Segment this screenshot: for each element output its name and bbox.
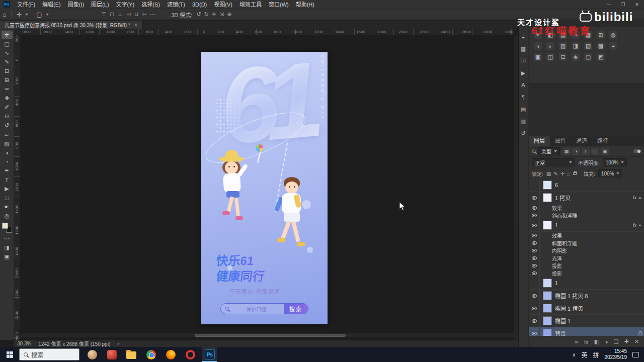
paragraph-panel-icon[interactable]: ¶ (522, 95, 525, 100)
file-explorer-icon[interactable] (124, 347, 139, 362)
menu-item[interactable]: 图像(I) (64, 0, 88, 9)
dodge-tool[interactable]: ◔ (2, 157, 13, 166)
edit-toolbar-icon[interactable]: ⋯ (2, 234, 13, 243)
layer-row[interactable]: 6 fx (529, 179, 644, 192)
notification-center-icon[interactable] (632, 352, 639, 357)
panel-tab[interactable]: 路径 (592, 136, 613, 146)
layer-fx-badge[interactable]: fx (633, 223, 641, 228)
menu-item[interactable]: 窗口(W) (265, 0, 292, 9)
adjustment-icon[interactable]: ▣ (534, 53, 542, 61)
layer-thumbnail[interactable] (543, 221, 552, 230)
align-icon[interactable]: ⊣ (126, 11, 131, 18)
visibility-cell[interactable] (529, 212, 540, 219)
libraries-panel-icon[interactable]: ▥ (521, 119, 526, 124)
adjustment-icon[interactable]: ▥ (559, 42, 567, 50)
minimize-button[interactable]: ─ (602, 0, 616, 9)
adjustment-icon[interactable]: ⊞ (597, 31, 605, 39)
zoom-level[interactable]: 30.3% (17, 341, 31, 346)
filter-icon[interactable]: ▢ (591, 148, 599, 155)
start-button[interactable] (0, 347, 19, 362)
foreground-color-swatch[interactable] (2, 223, 8, 229)
chrome-icon[interactable] (143, 347, 158, 362)
input-language-indicator[interactable]: 英 (581, 350, 587, 359)
adjustment-icon[interactable]: ◫ (546, 53, 554, 61)
photoshop-icon[interactable]: Ps (202, 347, 217, 362)
layer-fx-badge[interactable]: fx (633, 195, 641, 200)
move-tool[interactable]: ✛ (2, 31, 13, 39)
layer-mask-icon[interactable]: ◧ (594, 338, 599, 345)
firefox-icon[interactable] (163, 347, 178, 362)
zoom-tool[interactable]: ◎ (2, 212, 13, 220)
opacity-value[interactable]: 100% (603, 158, 627, 166)
app-icon-2[interactable] (104, 347, 119, 362)
link-layers-icon[interactable]: ∞ (575, 339, 579, 345)
visibility-cell[interactable] (529, 219, 540, 231)
menu-item[interactable]: 图层(L) (88, 0, 112, 9)
brush-tool[interactable]: ✐ (2, 103, 13, 112)
horizontal-scrollbar-thumb[interactable] (195, 334, 346, 337)
clone-stamp-tool[interactable]: ⊙ (2, 112, 13, 121)
layer-row[interactable]: 椭圆 1 拷贝 fx (529, 302, 644, 315)
properties-panel-icon[interactable]: ▤ (521, 107, 526, 112)
blend-mode-select[interactable]: 正常 (532, 158, 575, 166)
layer-thumbnail[interactable] (543, 279, 552, 288)
layer-row[interactable]: 椭圆 1 fx (529, 315, 644, 327)
adjustment-icon[interactable]: ◩ (597, 53, 605, 61)
crop-tool[interactable]: ⊡ (2, 67, 13, 75)
layer-row[interactable]: 背景 fx (529, 327, 644, 336)
fill-value[interactable]: 100% (598, 169, 623, 177)
visibility-cell[interactable] (529, 192, 540, 204)
layer-row[interactable]: 光泽 fx (529, 254, 644, 262)
close-button[interactable]: ✕ (630, 0, 644, 9)
document-tab[interactable]: 儿童节医疗创意海报 0510.psd @ 30.3% (背景, RGB/8) *… (0, 21, 142, 29)
quick-mask-icon[interactable]: ◨ (2, 243, 13, 252)
filter-icon[interactable]: ◑ (572, 148, 580, 155)
adjustment-icon[interactable]: ▩ (597, 42, 605, 50)
blur-tool[interactable]: ◑ (2, 148, 13, 157)
align-icon[interactable]: ⊓ (110, 11, 114, 18)
screen-mode-icon[interactable]: ▣ (2, 252, 13, 261)
taskbar-search-box[interactable]: 搜索 (19, 348, 79, 360)
visibility-cell[interactable] (529, 204, 540, 212)
lasso-tool[interactable]: ∿ (2, 49, 13, 57)
vertical-scrollbar[interactable] (514, 36, 518, 340)
history-panel-icon[interactable]: ↺ (521, 131, 525, 136)
3d-mode-icon[interactable]: ⇲ (219, 11, 224, 18)
filter-toggle[interactable] (633, 149, 641, 153)
lock-option-icon[interactable]: ▨ (546, 171, 551, 176)
tab-close-icon[interactable]: × (134, 22, 137, 28)
visibility-cell[interactable] (529, 277, 540, 289)
lock-option-icon[interactable]: ⌂ (567, 171, 570, 176)
layer-thumbnail[interactable] (543, 193, 552, 202)
adjustment-icon[interactable]: ◈ (572, 53, 580, 61)
current-tool-icon[interactable]: ✛ (14, 11, 24, 18)
new-layer-icon[interactable]: ✚ (624, 338, 629, 345)
path-selection-tool[interactable]: ▶ (2, 185, 13, 193)
layer-row[interactable]: 1 fx (529, 219, 644, 232)
preset-dropdown-caret[interactable] (46, 14, 49, 16)
visibility-cell[interactable] (529, 315, 540, 327)
layer-row[interactable]: 效果 fx (529, 204, 644, 212)
canvas-area[interactable]: CHILDREN'S DAY 61 (21, 36, 514, 340)
delete-layer-icon[interactable]: ✕ (634, 338, 639, 345)
adjustment-icon[interactable]: ◔ (572, 31, 580, 39)
swatches-panel-icon[interactable]: ▦ (521, 46, 526, 52)
panel-tab[interactable]: 属性 (550, 136, 571, 146)
info-panel-icon[interactable]: ⓘ (521, 58, 526, 64)
maximize-button[interactable]: ❐ (616, 0, 630, 9)
layer-row[interactable]: 椭圆 1 拷贝 8 fx (529, 290, 644, 302)
adjustment-icon[interactable]: ◧ (546, 31, 554, 39)
align-icon[interactable]: ⊥ (118, 11, 123, 18)
hand-tool[interactable]: ☛ (2, 203, 13, 211)
input-method-indicator[interactable]: 拼 (593, 350, 599, 359)
adjustment-layer-icon[interactable]: ◑ (605, 339, 608, 345)
adjustment-icon[interactable]: ▦ (584, 31, 592, 39)
opera-icon[interactable] (183, 347, 198, 362)
adjustment-icon[interactable]: ◨ (572, 42, 580, 50)
visibility-cell[interactable] (529, 254, 540, 262)
layer-row[interactable]: 内阴影 fx (529, 247, 644, 254)
visibility-cell[interactable] (529, 239, 540, 247)
eyedropper-tool[interactable]: ✑ (2, 85, 13, 94)
adjustment-icon[interactable]: ◍ (609, 31, 617, 39)
home-icon[interactable]: ⌂ (0, 11, 9, 18)
